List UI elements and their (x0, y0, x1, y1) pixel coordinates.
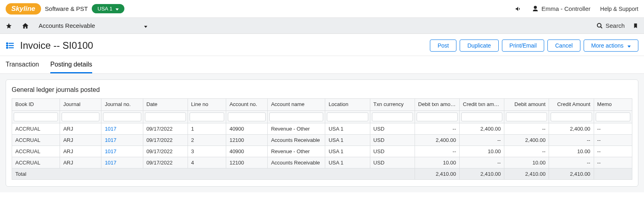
cell-account-no: 12100 (226, 135, 268, 146)
help-link[interactable]: Help & Support (600, 6, 638, 12)
journal-no-link[interactable]: 1017 (105, 126, 116, 132)
col-book-id[interactable]: Book ID (12, 99, 60, 111)
cell-journal: ARJ (60, 135, 101, 146)
filter-date[interactable] (145, 112, 186, 121)
cell-account-no: 40900 (226, 123, 268, 135)
col-account-name[interactable]: Account name (268, 99, 325, 111)
journal-no-link[interactable]: 1017 (105, 160, 116, 166)
module-selector[interactable]: Accounts Receivable (39, 22, 147, 29)
search-label: Search (605, 22, 625, 29)
cell-book: ACCRUAL (12, 135, 60, 146)
filter-credit-txn[interactable] (461, 112, 502, 121)
col-txn-currency[interactable]: Txn currency (370, 99, 415, 111)
col-line-no[interactable]: Line no (188, 99, 226, 111)
bookmark-icon[interactable] (633, 23, 638, 29)
cell-account-name: Revenue - Other (268, 123, 325, 135)
total-debit: 2,410.00 (504, 168, 549, 180)
cell-journal-no[interactable]: 1017 (101, 146, 143, 157)
home-icon[interactable] (22, 22, 29, 29)
filter-txn-currency[interactable] (372, 112, 413, 121)
filter-location[interactable] (327, 112, 368, 121)
cell-memo: -- (594, 123, 632, 135)
col-debit[interactable]: Debit amount (504, 99, 549, 111)
chevron-down-icon (143, 22, 147, 29)
filter-line-no[interactable] (190, 112, 224, 121)
filter-book-id[interactable] (14, 112, 58, 121)
cell-journal-no[interactable]: 1017 (101, 135, 143, 146)
page-header: Invoice -- SI0100 Post Duplicate Print/E… (0, 34, 644, 56)
print-email-button[interactable]: Print/Email (502, 40, 545, 52)
header-row: Book ID Journal Journal no. Date Line no… (12, 99, 632, 111)
entity-selector[interactable]: USA 1 (92, 4, 124, 13)
filter-journal-no[interactable] (103, 112, 141, 121)
col-credit-txn[interactable]: Credit txn amount (460, 99, 504, 111)
filter-debit-txn[interactable] (417, 112, 458, 121)
search-button[interactable]: Search (597, 22, 625, 29)
col-journal-no[interactable]: Journal no. (101, 99, 143, 111)
cell-debit: 10.00 (504, 157, 549, 168)
post-button[interactable]: Post (430, 40, 456, 52)
cell-credit-txn: -- (460, 135, 504, 146)
svg-point-2 (6, 43, 8, 44)
total-label: Total (12, 168, 415, 180)
table-row: ACCRUALARJ101709/17/2022412100Accounts R… (12, 157, 632, 168)
more-actions-button[interactable]: More actions (584, 40, 638, 52)
cell-debit: 2,400.00 (504, 135, 549, 146)
col-debit-txn[interactable]: Debit txn amount (415, 99, 459, 111)
announcement-icon[interactable] (515, 5, 522, 12)
brand-right: Emma - Controller Help & Support (515, 5, 638, 12)
chevron-down-icon (627, 42, 631, 49)
cell-date: 09/17/2022 (143, 146, 188, 157)
duplicate-button[interactable]: Duplicate (460, 40, 498, 52)
cell-journal: ARJ (60, 123, 101, 135)
panel-title: General ledger journals posted (12, 86, 632, 94)
user-icon (532, 5, 539, 12)
more-actions-label: More actions (591, 42, 623, 49)
total-credit: 2,410.00 (549, 168, 594, 180)
entity-label: USA 1 (97, 6, 112, 12)
filter-memo[interactable] (596, 112, 630, 121)
col-account-no[interactable]: Account no. (226, 99, 268, 111)
cell-date: 09/17/2022 (143, 123, 188, 135)
col-credit[interactable]: Credit Amount (549, 99, 594, 111)
svg-point-6 (6, 47, 8, 48)
cell-txn-currency: USD (370, 146, 415, 157)
cell-line-no: 1 (188, 123, 226, 135)
col-location[interactable]: Location (325, 99, 370, 111)
tab-transaction[interactable]: Transaction (6, 61, 39, 73)
user-menu[interactable]: Emma - Controller (532, 5, 590, 12)
cell-line-no: 3 (188, 146, 226, 157)
cell-credit: 10.00 (549, 146, 594, 157)
journal-no-link[interactable]: 1017 (105, 148, 116, 154)
search-icon (597, 23, 603, 29)
col-memo[interactable]: Memo (594, 99, 632, 111)
journal-no-link[interactable]: 1017 (105, 137, 116, 143)
total-memo (594, 168, 632, 180)
filter-credit[interactable] (551, 112, 592, 121)
total-credit-txn: 2,410.00 (460, 168, 504, 180)
filter-row (12, 111, 632, 123)
filter-account-name[interactable] (269, 112, 323, 121)
tab-posting-details[interactable]: Posting details (50, 61, 92, 73)
star-icon[interactable] (6, 23, 12, 29)
page-title: Invoice -- SI0100 (20, 40, 93, 51)
cancel-button[interactable]: Cancel (547, 40, 580, 52)
filter-account-no[interactable] (228, 112, 266, 121)
list-icon[interactable] (6, 41, 14, 50)
company-name: Software & PST (45, 5, 88, 12)
cell-journal-no[interactable]: 1017 (101, 123, 143, 135)
col-date[interactable]: Date (143, 99, 188, 111)
filter-journal[interactable] (62, 112, 99, 121)
brand-left: Skyline Software & PST USA 1 (6, 3, 124, 15)
gl-journals-table: Book ID Journal Journal no. Date Line no… (12, 98, 632, 180)
cell-location: USA 1 (325, 123, 370, 135)
filter-debit[interactable] (506, 112, 547, 121)
cell-journal-no[interactable]: 1017 (101, 157, 143, 168)
cell-credit-txn: 10.00 (460, 146, 504, 157)
cell-journal: ARJ (60, 157, 101, 168)
cell-txn-currency: USD (370, 123, 415, 135)
cell-debit-txn: -- (415, 146, 459, 157)
col-journal[interactable]: Journal (60, 99, 101, 111)
gl-journals-panel: General ledger journals posted Book ID J… (6, 79, 638, 187)
table-row: ACCRUALARJ101709/17/2022212100Accounts R… (12, 135, 632, 146)
